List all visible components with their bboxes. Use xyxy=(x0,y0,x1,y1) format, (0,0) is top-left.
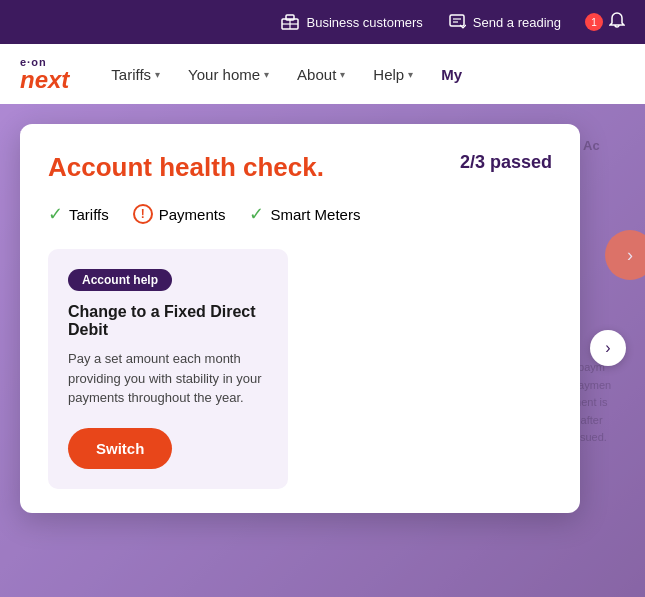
nav-item-your-home[interactable]: Your home ▾ xyxy=(176,58,281,91)
check-item-payments: ! Payments xyxy=(133,204,226,224)
notification-badge: 1 xyxy=(585,13,603,31)
modal-arrow-icon: › xyxy=(605,339,610,357)
inner-card-title: Change to a Fixed Direct Debit xyxy=(68,303,268,339)
business-customers-link[interactable]: Business customers xyxy=(280,12,422,32)
nav-my-label: My xyxy=(441,66,462,83)
modal-overlay: Account health check. 2/3 passed ✓ Tarif… xyxy=(0,104,645,597)
nav-help-label: Help xyxy=(373,66,404,83)
nav-tariffs-label: Tariffs xyxy=(111,66,151,83)
nav-your-home-label: Your home xyxy=(188,66,260,83)
business-customers-label: Business customers xyxy=(306,15,422,30)
nav-item-about[interactable]: About ▾ xyxy=(285,58,357,91)
nav-items: Tariffs ▾ Your home ▾ About ▾ Help ▾ My xyxy=(99,58,625,91)
switch-button[interactable]: Switch xyxy=(68,428,172,469)
send-reading-label: Send a reading xyxy=(473,15,561,30)
nav-your-home-chevron: ▾ xyxy=(264,69,269,80)
nav-item-tariffs[interactable]: Tariffs ▾ xyxy=(99,58,172,91)
inner-card-description: Pay a set amount each month providing yo… xyxy=(68,349,268,408)
nav-about-label: About xyxy=(297,66,336,83)
modal-card: Account health check. 2/3 passed ✓ Tarif… xyxy=(20,124,580,513)
payments-warning-icon: ! xyxy=(133,204,153,224)
modal-header: Account health check. 2/3 passed xyxy=(48,152,552,183)
notification-bell[interactable]: 1 xyxy=(585,12,625,33)
send-reading-icon xyxy=(447,12,467,32)
payments-check-label: Payments xyxy=(159,206,226,223)
check-item-tariffs: ✓ Tariffs xyxy=(48,203,109,225)
nav-item-my[interactable]: My xyxy=(429,58,474,91)
logo-next: next xyxy=(20,68,69,92)
logo[interactable]: e·on next xyxy=(20,57,69,92)
send-reading-link[interactable]: Send a reading xyxy=(447,12,561,32)
tariffs-check-label: Tariffs xyxy=(69,206,109,223)
business-icon xyxy=(280,12,300,32)
svg-rect-4 xyxy=(450,15,464,26)
check-items: ✓ Tariffs ! Payments ✓ Smart Meters xyxy=(48,203,552,225)
account-help-badge: Account help xyxy=(68,269,172,291)
smart-meters-check-label: Smart Meters xyxy=(270,206,360,223)
top-bar: Business customers Send a reading 1 xyxy=(0,0,645,44)
main-nav: e·on next Tariffs ▾ Your home ▾ About ▾ … xyxy=(0,44,645,104)
inner-card: Account help Change to a Fixed Direct De… xyxy=(48,249,288,489)
nav-about-chevron: ▾ xyxy=(340,69,345,80)
bell-icon xyxy=(609,12,625,33)
nav-item-help[interactable]: Help ▾ xyxy=(361,58,425,91)
tariffs-check-icon: ✓ xyxy=(48,203,63,225)
nav-tariffs-chevron: ▾ xyxy=(155,69,160,80)
check-item-smart-meters: ✓ Smart Meters xyxy=(249,203,360,225)
smart-meters-check-icon: ✓ xyxy=(249,203,264,225)
nav-help-chevron: ▾ xyxy=(408,69,413,80)
passed-badge: 2/3 passed xyxy=(460,152,552,173)
modal-title: Account health check. xyxy=(48,152,324,183)
modal-next-arrow[interactable]: › xyxy=(590,330,626,366)
